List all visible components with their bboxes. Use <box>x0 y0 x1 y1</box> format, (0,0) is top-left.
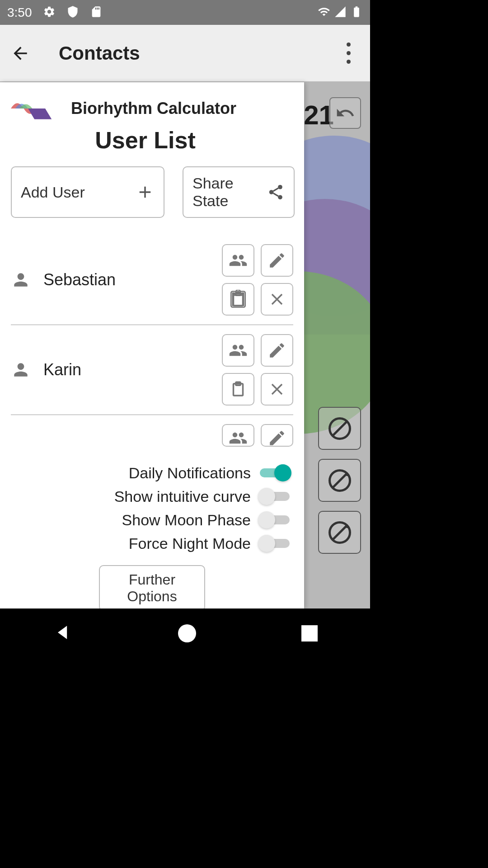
shield-icon <box>66 5 79 20</box>
compare-button[interactable] <box>222 334 254 367</box>
person-icon <box>11 270 31 290</box>
share-icon <box>267 183 285 202</box>
share-state-button[interactable]: Share State <box>183 166 295 218</box>
drawer-title: Biorhythm Calculator <box>71 99 236 118</box>
compare-button[interactable] <box>222 244 254 277</box>
page-title: Contacts <box>59 42 140 64</box>
svg-point-9 <box>269 190 274 194</box>
user-name: Sebastian <box>43 270 116 289</box>
battery-icon <box>350 5 363 20</box>
status-time: 3:50 <box>7 5 32 20</box>
share-state-label: Share State <box>192 175 267 210</box>
triangle-back-icon <box>53 623 73 642</box>
undo-icon <box>335 103 355 123</box>
arrow-left-icon <box>10 43 30 63</box>
sd-card-icon <box>90 5 103 20</box>
add-user-label: Add User <box>21 184 85 201</box>
dot-icon <box>347 51 351 55</box>
app-bar: Contacts <box>0 25 370 81</box>
drawer-subtitle: User List <box>0 127 293 154</box>
app-logo-icon <box>11 95 54 122</box>
people-icon <box>229 251 248 270</box>
user-list-item[interactable]: Karin <box>11 325 293 415</box>
signal-icon <box>334 5 347 20</box>
undo-button <box>329 97 361 129</box>
further-options-button[interactable]: Further Options <box>99 565 205 609</box>
user-list-item[interactable]: Sebastian <box>11 235 293 325</box>
edit-button[interactable] <box>261 244 293 277</box>
toggle-label: Show intuitive curve <box>114 488 251 505</box>
toggle-label: Force Night Mode <box>129 535 251 552</box>
nav-back-button[interactable] <box>53 623 73 644</box>
svg-line-12 <box>273 193 278 196</box>
delete-button[interactable] <box>261 283 293 316</box>
svg-line-1 <box>333 422 347 435</box>
delete-button[interactable] <box>261 373 293 406</box>
dot-icon <box>347 60 351 64</box>
switch[interactable] <box>258 511 291 529</box>
svg-line-3 <box>333 474 347 487</box>
dot-icon <box>347 42 351 47</box>
edit-button[interactable] <box>261 424 293 447</box>
toggle-night-mode[interactable]: Force Night Mode <box>11 534 291 552</box>
svg-line-11 <box>273 188 278 191</box>
toggle-label: Daily Notifications <box>129 464 251 482</box>
nav-home-button[interactable] <box>178 624 196 642</box>
plus-icon <box>136 183 155 202</box>
people-icon <box>229 429 248 447</box>
svg-point-10 <box>278 195 282 199</box>
close-icon <box>267 380 286 399</box>
svg-line-6 <box>333 526 347 539</box>
toggle-label: Show Moon Phase <box>122 511 251 529</box>
svg-point-8 <box>278 185 282 189</box>
user-list-item[interactable] <box>11 415 293 456</box>
switch[interactable] <box>258 487 291 505</box>
gear-icon <box>43 5 56 20</box>
clipboard-icon <box>229 380 248 399</box>
drawer-panel: Biorhythm Calculator User List Add User … <box>0 82 304 609</box>
edit-button[interactable] <box>261 334 293 367</box>
compare-button[interactable] <box>222 424 254 447</box>
nav-recent-button[interactable] <box>301 625 318 642</box>
toggle-moon-phase[interactable]: Show Moon Phase <box>11 511 291 529</box>
pencil-icon <box>267 251 286 270</box>
people-icon <box>229 341 248 360</box>
user-name: Karin <box>43 360 81 379</box>
status-bar: 3:50 <box>0 0 370 25</box>
back-button[interactable] <box>9 42 32 65</box>
circle-home-icon <box>178 624 196 642</box>
toggle-intuitive-curve[interactable]: Show intuitive curve <box>11 487 291 505</box>
pencil-icon <box>267 341 286 360</box>
add-user-button[interactable]: Add User <box>11 166 164 218</box>
clipboard-button[interactable] <box>222 283 254 316</box>
close-icon <box>267 290 286 309</box>
switch[interactable] <box>258 464 291 482</box>
clipboard-button[interactable] <box>222 373 254 406</box>
overflow-menu-button[interactable] <box>339 40 357 67</box>
navigation-bar <box>0 609 370 658</box>
person-icon <box>11 360 31 380</box>
square-recent-icon <box>301 625 318 642</box>
switch[interactable] <box>258 534 291 552</box>
clipboard-icon <box>229 290 248 309</box>
wifi-icon <box>318 5 330 20</box>
toggle-daily-notifications[interactable]: Daily Notifications <box>11 464 291 482</box>
pencil-icon <box>267 429 286 447</box>
